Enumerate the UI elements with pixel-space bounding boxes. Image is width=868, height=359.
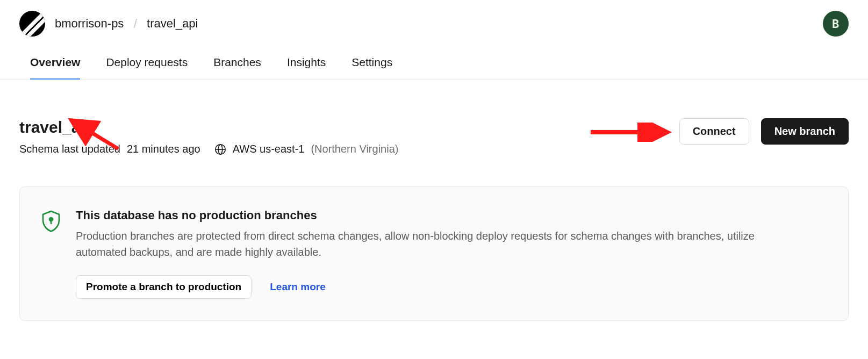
breadcrumb-org[interactable]: bmorrison-ps [55, 17, 124, 31]
avatar[interactable]: B [823, 11, 849, 37]
tab-insights[interactable]: Insights [287, 56, 326, 80]
tab-deploy-requests[interactable]: Deploy requests [106, 56, 188, 80]
promote-branch-button[interactable]: Promote a branch to production [76, 275, 252, 299]
annotation-arrow-connect [588, 123, 674, 142]
org-logo[interactable] [19, 11, 45, 37]
connect-button[interactable]: Connect [679, 118, 749, 145]
page-title: travel_api [19, 118, 398, 137]
page-actions: Connect New branch [679, 118, 849, 145]
breadcrumb-separator: / [133, 16, 137, 31]
new-branch-button[interactable]: New branch [761, 118, 849, 145]
region-name: (Northern Virginia) [311, 143, 398, 155]
breadcrumb-project[interactable]: travel_api [147, 17, 198, 31]
schema-updated-label: Schema last updated [19, 143, 120, 155]
learn-more-link[interactable]: Learn more [270, 281, 325, 293]
breadcrumb: bmorrison-ps / travel_api [19, 11, 198, 37]
shield-icon [41, 210, 61, 233]
schema-updated-time: 21 minutes ago [127, 143, 200, 155]
tab-bar: Overview Deploy requests Branches Insigh… [0, 37, 868, 80]
svg-point-5 [49, 218, 53, 221]
tab-settings[interactable]: Settings [351, 56, 392, 80]
notice-title: This database has no production branches [76, 209, 791, 222]
region-code: AWS us-east-1 [233, 143, 305, 155]
notice-description: Production branches are protected from d… [76, 228, 791, 260]
tab-overview[interactable]: Overview [30, 56, 80, 80]
globe-icon [214, 143, 226, 155]
page-header-text: travel_api Schema last updated 21 minute… [19, 118, 398, 155]
tab-branches[interactable]: Branches [213, 56, 261, 80]
no-production-branch-notice: This database has no production branches… [19, 186, 849, 321]
